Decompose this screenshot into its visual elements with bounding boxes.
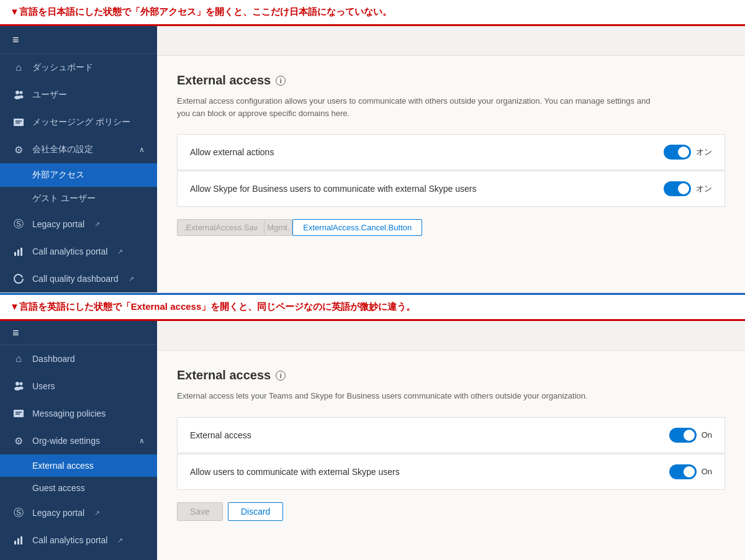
svg-point-10 (16, 382, 19, 386)
users-icon-1 (12, 89, 25, 101)
content-body-2: External access i External access lets y… (157, 351, 745, 538)
quality-icon-1 (12, 273, 25, 285)
setting-label-2-1: External access (190, 430, 251, 440)
sidebar-1: ≡ ⌂ ダッシュボード ユーザー (0, 26, 157, 292)
skype-icon-2: Ⓢ (12, 507, 25, 519)
setting-row-2-2: Allow users to communicate with external… (177, 454, 725, 490)
info-icon-2[interactable]: i (276, 371, 286, 381)
sidebar-label-users-1: ユーザー (32, 89, 67, 101)
sidebar-item-quality-2[interactable]: Call quality dashboard ↗ (0, 554, 157, 560)
home-icon-1: ⌂ (12, 61, 25, 74)
setting-row-1-2: Allow Skype for Business users to commun… (177, 171, 725, 207)
sidebar-label-dashboard-1: ダッシュボード (32, 62, 93, 73)
sidebar-subitem-guest-2[interactable]: Guest access (0, 477, 157, 499)
toggle-1-1[interactable] (664, 145, 691, 160)
sidebar-label-messaging-2: Messaging policies (32, 409, 106, 418)
sidebar-label-settings-1: 会社全体の設定 (32, 144, 93, 155)
toggle-container-1-2: オン (664, 181, 712, 196)
svg-rect-14 (14, 410, 24, 417)
setting-label-1-2: Allow Skype for Business users to commun… (190, 184, 476, 194)
svg-rect-19 (20, 536, 22, 544)
cancel-raw-button-1[interactable]: ExternalAccess.Cancel.Button (292, 219, 422, 236)
svg-rect-18 (17, 538, 19, 544)
svg-point-12 (20, 382, 23, 386)
content-body-1: External access i External access config… (157, 56, 745, 253)
messaging-icon-1 (12, 116, 25, 129)
page-title-text-1: External access (177, 73, 271, 88)
sidebar-label-users-2: Users (32, 381, 55, 391)
annotation-bar-1: ▼言語を日本語にした状態で「外部アクセス」を開くと、ここだけ日本語になっていない… (0, 0, 745, 26)
section-1: ≡ ⌂ ダッシュボード ユーザー (0, 26, 745, 293)
toggle-label-2-1: On (702, 430, 712, 440)
analytics-icon-2 (12, 534, 25, 546)
discard-button-2[interactable]: Discard (228, 502, 283, 521)
sidebar-header-2: ≡ (0, 321, 157, 345)
sidebar-item-legacy-2[interactable]: Ⓢ Legacy portal ↗ (0, 499, 157, 526)
info-icon-1[interactable]: i (276, 76, 286, 86)
sidebar-label-guest-2: Guest access (32, 483, 85, 493)
users-icon-2 (12, 380, 25, 392)
sidebar-subitem-external-2[interactable]: External access (0, 454, 157, 477)
sidebar-label-legacy-2: Legacy portal (32, 508, 84, 518)
settings-icon-1: ⚙ (12, 143, 25, 156)
analytics-icon-1 (12, 245, 25, 258)
sidebar-label-guest-1: ゲスト ユーザー (32, 193, 96, 203)
sidebar-subitem-guest-1[interactable]: ゲスト ユーザー (0, 187, 157, 210)
svg-point-0 (16, 91, 19, 94)
setting-label-2-2: Allow users to communicate with external… (190, 467, 400, 477)
main-content-2: External access i External access lets y… (157, 321, 745, 560)
hamburger-menu-2[interactable]: ≡ (12, 327, 19, 340)
toggle-label-1-2: オン (696, 183, 712, 194)
toggle-container-2-2: On (669, 464, 712, 479)
sidebar-label-messaging-1: メッセージング ポリシー (32, 117, 130, 128)
hamburger-menu-1[interactable]: ≡ (12, 34, 19, 47)
sidebar-item-messaging-2[interactable]: Messaging policies (0, 400, 157, 427)
page-title-text-2: External access (177, 368, 271, 382)
skype-icon-1: Ⓢ (12, 218, 25, 230)
page-title-2: External access i (177, 368, 725, 382)
sidebar-item-analytics-1[interactable]: Call analytics portal ↗ (0, 238, 157, 265)
setting-row-2-1: External access On (177, 417, 725, 453)
sidebar-item-users-2[interactable]: Users (0, 373, 157, 400)
sidebar-label-legacy-1: Legacy portal (32, 219, 84, 229)
external-link-icon-legacy-2: ↗ (94, 509, 100, 517)
sidebar-item-users-1[interactable]: ユーザー (0, 81, 157, 109)
raw-save-suffix-1: Mgmt. (264, 219, 292, 236)
external-link-icon-1: ↗ (94, 220, 100, 228)
toggle-2-1[interactable] (669, 428, 697, 443)
raw-buttons-1: .ExternalAccess.Sav Mgmt. ExternalAccess… (177, 219, 725, 236)
svg-rect-17 (14, 541, 16, 544)
toggle-label-1-1: オン (696, 147, 712, 158)
toggle-2-2[interactable] (669, 464, 697, 479)
save-button-2[interactable]: Save (177, 502, 223, 521)
sidebar-header-1: ≡ (0, 26, 157, 54)
sidebar-label-external-1: 外部アクセス (32, 169, 84, 179)
toggle-1-2[interactable] (664, 181, 691, 196)
sidebar-item-quality-1[interactable]: Call quality dashboard ↗ (0, 265, 157, 292)
sidebar-item-settings-2[interactable]: ⚙ Org-wide settings ∧ (0, 427, 157, 454)
sidebar-label-quality-1: Call quality dashboard (32, 274, 119, 284)
setting-row-1-1: Allow external actions オン (177, 134, 725, 170)
annotation-bar-2: ▼言語を英語にした状態で「External access」を開くと、同じページな… (0, 293, 745, 321)
toggle-container-2-1: On (669, 428, 712, 443)
sidebar-item-settings-1[interactable]: ⚙ 会社全体の設定 ∧ (0, 136, 157, 163)
sidebar-item-messaging-1[interactable]: メッセージング ポリシー (0, 109, 157, 136)
buttons-area-2: Save Discard (177, 502, 725, 521)
content-toolbar-2 (157, 321, 745, 351)
svg-rect-8 (17, 250, 19, 256)
content-toolbar-1 (157, 26, 745, 56)
sidebar-item-dashboard-1[interactable]: ⌂ ダッシュボード (0, 54, 157, 81)
sidebar-subitem-external-1[interactable]: 外部アクセス (0, 163, 157, 187)
sidebar-label-dashboard-2: Dashboard (32, 354, 75, 364)
svg-rect-4 (14, 119, 24, 126)
sidebar-item-analytics-2[interactable]: Call analytics portal ↗ (0, 526, 157, 554)
svg-rect-9 (20, 248, 22, 256)
sidebar-label-settings-2: Org-wide settings (32, 436, 100, 446)
messaging-icon-2 (12, 407, 25, 420)
chevron-icon-2: ∧ (139, 436, 145, 445)
setting-label-1-1: Allow external actions (190, 147, 274, 157)
sidebar-item-legacy-1[interactable]: Ⓢ Legacy portal ↗ (0, 210, 157, 238)
page-title-1: External access i (177, 73, 725, 88)
sidebar-item-dashboard-2[interactable]: ⌂ Dashboard (0, 345, 157, 373)
external-link-icon-quality-1: ↗ (129, 275, 134, 283)
